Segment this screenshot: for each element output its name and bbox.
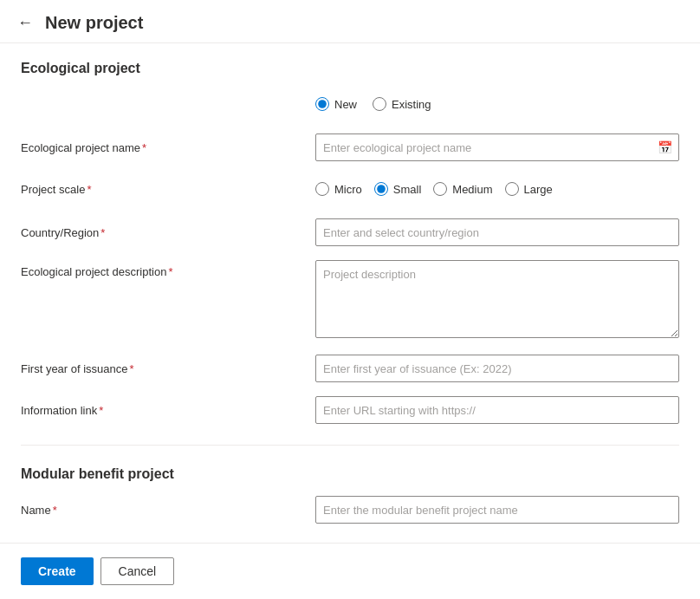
radio-small-input[interactable] <box>374 182 388 196</box>
project-name-label: Ecological project name* <box>21 141 315 154</box>
radio-large-input[interactable] <box>505 182 519 196</box>
country-input[interactable] <box>315 218 679 246</box>
page-title: New project <box>45 13 143 33</box>
radio-large[interactable]: Large <box>505 182 553 196</box>
radio-small-label: Small <box>393 183 422 196</box>
project-name-input[interactable] <box>315 133 679 161</box>
radio-medium-label: Medium <box>452 183 492 196</box>
cancel-button[interactable]: Cancel <box>100 557 175 585</box>
info-link-label: Information link* <box>21 404 315 417</box>
modular-name-input[interactable] <box>315 496 679 524</box>
back-button[interactable]: ← <box>14 12 36 34</box>
radio-micro[interactable]: Micro <box>315 182 362 196</box>
radio-existing-label: Existing <box>392 98 431 111</box>
country-label: Country/Region* <box>21 226 315 239</box>
footer: Create Cancel <box>0 543 700 599</box>
radio-existing[interactable]: Existing <box>373 97 431 111</box>
modular-name-label: Name* <box>21 504 315 517</box>
type-radio-group: New Existing <box>315 97 679 111</box>
section-divider <box>21 445 679 446</box>
radio-small[interactable]: Small <box>374 182 422 196</box>
radio-medium-input[interactable] <box>433 182 447 196</box>
ecological-section-title: Ecological project <box>21 61 679 76</box>
radio-medium[interactable]: Medium <box>433 182 492 196</box>
description-input[interactable] <box>315 260 679 338</box>
radio-micro-input[interactable] <box>315 182 329 196</box>
radio-large-label: Large <box>524 183 553 196</box>
modular-section-title: Modular benefit project <box>21 466 679 482</box>
radio-micro-label: Micro <box>334 183 362 196</box>
radio-new-input[interactable] <box>315 97 329 111</box>
radio-new[interactable]: New <box>315 97 357 111</box>
project-name-input-wrapper: 📅 <box>315 133 679 161</box>
description-label: Ecological project description* <box>21 260 315 278</box>
issuance-input[interactable] <box>315 355 679 382</box>
radio-existing-input[interactable] <box>373 97 386 111</box>
scale-radio-group: Micro Small Medium Large <box>315 182 679 196</box>
issuance-label: First year of issuance* <box>21 362 315 375</box>
project-scale-label: Project scale* <box>21 183 315 196</box>
info-link-input[interactable] <box>315 396 679 424</box>
create-button[interactable]: Create <box>21 557 94 585</box>
radio-new-label: New <box>334 98 357 111</box>
